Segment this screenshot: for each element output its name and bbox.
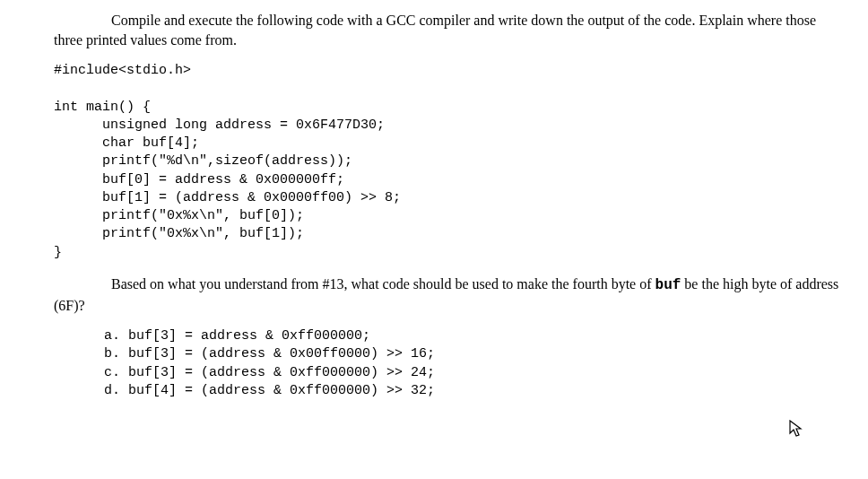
answer-options: a. buf[3] = address & 0xff000000; b. buf… (54, 327, 841, 400)
page-content: Compile and execute the following code w… (0, 0, 868, 411)
mouse-cursor-icon (789, 420, 803, 438)
question-lead: Based on what you understand from #13, w… (111, 276, 655, 292)
intro-paragraph: Compile and execute the following code w… (54, 11, 841, 49)
question-buf-word: buf (655, 277, 681, 293)
code-block: #include<stdio.h> int main() { unsigned … (54, 62, 841, 262)
intro-text: Compile and execute the following code w… (54, 13, 816, 48)
question-paragraph: Based on what you understand from #13, w… (54, 274, 841, 315)
